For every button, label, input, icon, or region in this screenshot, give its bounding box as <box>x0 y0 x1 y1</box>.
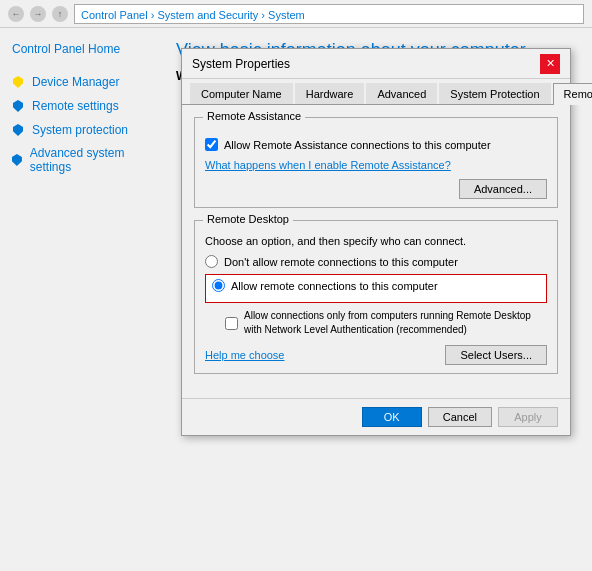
sidebar-item-remote-settings[interactable]: Remote settings <box>0 94 160 118</box>
sidebar: Control Panel Home Device Manager Remote… <box>0 28 160 571</box>
radio-allow-label: Allow remote connections to this compute… <box>231 280 438 292</box>
system-protection-icon <box>10 122 26 138</box>
system-properties-dialog: System Properties ✕ Computer Name Hardwa… <box>181 48 571 436</box>
tab-remote[interactable]: Remote <box>553 83 592 105</box>
advanced-system-icon <box>10 152 24 168</box>
allow-remote-assistance-text: Allow Remote Assistance connections to t… <box>224 139 491 151</box>
dialog-body: Remote Assistance Allow Remote Assistanc… <box>182 105 570 398</box>
tab-computer-name[interactable]: Computer Name <box>190 83 293 104</box>
radio-dont-allow-label: Don't allow remote connections to this c… <box>224 256 458 268</box>
tabs-bar: Computer Name Hardware Advanced System P… <box>182 79 570 105</box>
tab-hardware[interactable]: Hardware <box>295 83 365 104</box>
radio-dont-allow[interactable] <box>205 255 218 268</box>
path-control-panel[interactable]: Control Panel › System and Security › Sy… <box>81 9 305 21</box>
radio-dont-allow-row: Don't allow remote connections to this c… <box>205 255 547 268</box>
device-manager-icon <box>10 74 26 90</box>
back-button[interactable]: ← <box>8 6 24 22</box>
cancel-button[interactable]: Cancel <box>428 407 492 427</box>
sidebar-item-advanced-system[interactable]: Advanced system settings <box>0 142 160 178</box>
dialog-footer: OK Cancel Apply <box>182 398 570 435</box>
content-area: View basic information about your comput… <box>160 28 592 571</box>
radio-allow[interactable] <box>212 279 225 292</box>
address-bar: ← → ↑ Control Panel › System and Securit… <box>0 0 592 28</box>
allow-remote-assistance-checkbox[interactable] <box>205 138 218 151</box>
dialog-close-button[interactable]: ✕ <box>540 54 560 74</box>
allow-remote-assistance-row: Allow Remote Assistance connections to t… <box>205 138 547 151</box>
main-container: Control Panel Home Device Manager Remote… <box>0 28 592 571</box>
tab-advanced[interactable]: Advanced <box>366 83 437 104</box>
sidebar-item-system-protection[interactable]: System protection <box>0 118 160 142</box>
nla-checkbox-label: Allow connections only from computers ru… <box>244 309 547 337</box>
remote-desktop-label: Remote Desktop <box>203 213 293 225</box>
remote-assistance-group: Remote Assistance Allow Remote Assistanc… <box>194 117 558 208</box>
remote-settings-icon <box>10 98 26 114</box>
remote-assistance-label: Remote Assistance <box>203 110 305 122</box>
remote-assistance-advanced-button[interactable]: Advanced... <box>459 179 547 199</box>
sidebar-label-advanced-system: Advanced system settings <box>30 146 150 174</box>
remote-desktop-description: Choose an option, and then specify who c… <box>205 235 547 247</box>
apply-button[interactable]: Apply <box>498 407 558 427</box>
tab-system-protection[interactable]: System Protection <box>439 83 550 104</box>
remote-desktop-group: Remote Desktop Choose an option, and the… <box>194 220 558 374</box>
sidebar-label-system-protection: System protection <box>32 123 128 137</box>
remote-assistance-help-link[interactable]: What happens when I enable Remote Assist… <box>205 159 547 171</box>
sidebar-label-remote-settings: Remote settings <box>32 99 119 113</box>
help-me-choose-link[interactable]: Help me choose <box>205 349 285 361</box>
ok-button[interactable]: OK <box>362 407 422 427</box>
sidebar-item-device-manager[interactable]: Device Manager <box>0 70 160 94</box>
sidebar-label-device-manager: Device Manager <box>32 75 119 89</box>
radio-allow-row: Allow remote connections to this compute… <box>212 279 540 292</box>
forward-button[interactable]: → <box>30 6 46 22</box>
dialog-titlebar: System Properties ✕ <box>182 49 570 79</box>
nla-checkbox[interactable] <box>225 317 238 330</box>
nla-checkbox-row: Allow connections only from computers ru… <box>225 309 547 337</box>
address-path[interactable]: Control Panel › System and Security › Sy… <box>74 4 584 24</box>
select-users-button[interactable]: Select Users... <box>445 345 547 365</box>
dialog-title: System Properties <box>192 57 290 71</box>
radio-allow-box: Allow remote connections to this compute… <box>205 274 547 303</box>
help-btn-row: Help me choose Select Users... <box>205 345 547 365</box>
sidebar-home[interactable]: Control Panel Home <box>0 38 160 60</box>
modal-overlay: System Properties ✕ Computer Name Hardwa… <box>160 28 592 571</box>
up-button[interactable]: ↑ <box>52 6 68 22</box>
